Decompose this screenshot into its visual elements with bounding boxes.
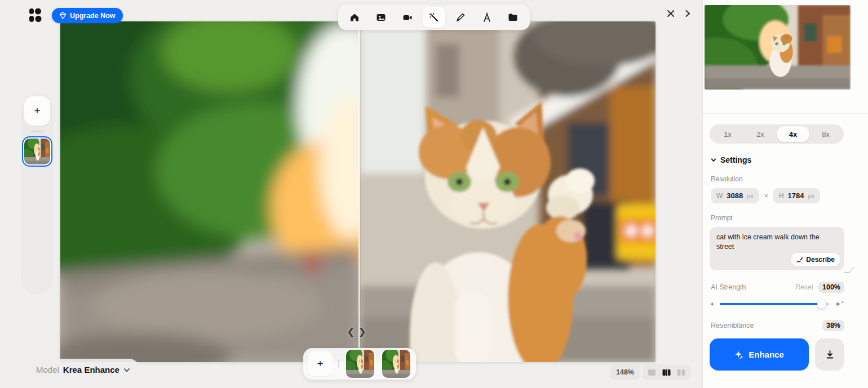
- layers-dock: +: [21, 93, 54, 294]
- download-button[interactable]: [815, 338, 844, 371]
- ai-strength-reset-button[interactable]: Reset: [796, 283, 813, 291]
- tool-edit-button[interactable]: [449, 7, 472, 28]
- view-mode-single-button[interactable]: [648, 369, 656, 376]
- upgrade-now-label: Upgrade Now: [70, 12, 116, 20]
- chevron-down-icon: [711, 157, 716, 163]
- panel-divider: [703, 113, 868, 114]
- resemblance-row: Resemblance 38%: [711, 320, 844, 331]
- tool-image-button[interactable]: [370, 7, 392, 28]
- dock-divider: [338, 359, 339, 368]
- height-axis-label: H: [779, 192, 784, 200]
- describe-pen-icon: [796, 256, 803, 263]
- add-image-button[interactable]: +: [24, 96, 50, 126]
- zoom-level-value: 148%: [616, 368, 634, 376]
- text-icon: [482, 12, 492, 23]
- ai-strength-slider[interactable]: [720, 303, 829, 305]
- width-value: 3088: [727, 191, 743, 200]
- scale-2x-button[interactable]: 2x: [744, 126, 777, 142]
- dock-divider: [31, 131, 43, 132]
- chevron-right-icon: [684, 10, 692, 17]
- upscale-factor-group: 1x 2x 4x 8x: [710, 124, 844, 144]
- enhance-settings-panel: 1x 2x 4x 8x Settings Resolution W 3088 p…: [702, 0, 868, 388]
- tool-text-button[interactable]: [476, 7, 498, 28]
- comparison-canvas[interactable]: [60, 21, 656, 362]
- settings-collapse-toggle[interactable]: Settings: [711, 155, 751, 164]
- cat-street-version-2: [382, 350, 410, 378]
- slider-thumb[interactable]: [817, 300, 826, 309]
- close-button[interactable]: [663, 6, 679, 21]
- before-image-half: [60, 21, 393, 362]
- version-thumbnail-1[interactable]: [345, 349, 375, 379]
- prompt-label: Prompt: [711, 214, 868, 222]
- describe-label: Describe: [806, 256, 835, 264]
- image-thumbnail-selected[interactable]: [23, 137, 51, 166]
- version-thumbnail-2[interactable]: [381, 349, 411, 379]
- enhance-label: Enhance: [749, 350, 784, 359]
- plus-icon: +: [34, 105, 40, 117]
- scale-1x-button[interactable]: 1x: [711, 126, 744, 142]
- compare-slider-handles[interactable]: ❮ ❯: [347, 327, 366, 336]
- view-mode-split-button[interactable]: [662, 369, 671, 376]
- krea-logo[interactable]: [29, 8, 42, 22]
- tool-assets-button[interactable]: [502, 7, 524, 28]
- model-label: Model: [36, 365, 59, 374]
- result-preview[interactable]: [705, 5, 851, 90]
- height-unit: px: [808, 193, 814, 199]
- resize-handle[interactable]: [844, 267, 854, 273]
- upgrade-now-button[interactable]: Upgrade Now: [52, 8, 123, 23]
- compare-divider: [358, 21, 360, 362]
- folder-icon: [508, 12, 518, 23]
- magic-wand-icon: [429, 12, 439, 23]
- sparkle-small-icon: ✦: [710, 301, 715, 308]
- plus-icon: +: [317, 358, 323, 370]
- ai-strength-value: 100%: [818, 282, 844, 293]
- download-icon: [825, 350, 835, 359]
- enhance-button[interactable]: Enhance: [710, 338, 809, 371]
- chevron-left-icon: ❮: [347, 327, 355, 336]
- view-mode-side-by-side-button[interactable]: [677, 369, 685, 376]
- single-view-icon: [648, 369, 656, 376]
- view-mode-group: [643, 364, 690, 380]
- ai-strength-row: AI Strength Reset 100%: [711, 282, 844, 293]
- resolution-fields: W 3088 px × H 1784 px: [711, 188, 868, 203]
- home-icon: [349, 12, 360, 23]
- scale-8x-button[interactable]: 8x: [809, 126, 842, 142]
- height-field[interactable]: H 1784 px: [773, 188, 820, 203]
- prompt-box: cat with ice cream walk down the street …: [710, 227, 844, 270]
- tool-home-button[interactable]: [343, 7, 366, 28]
- width-unit: px: [747, 193, 754, 199]
- compare-prev-button[interactable]: ❮: [347, 327, 355, 336]
- split-compare-view-icon: [662, 369, 671, 376]
- width-axis-label: W: [716, 192, 723, 200]
- width-field[interactable]: W 3088 px: [711, 188, 759, 203]
- after-image-half: [360, 21, 656, 362]
- video-camera-icon: [402, 12, 413, 23]
- action-row: Enhance: [710, 338, 844, 371]
- cat-street-preview-image: [705, 5, 851, 90]
- pen-icon: [455, 12, 466, 23]
- image-icon: [376, 12, 386, 23]
- add-version-button[interactable]: +: [308, 351, 333, 376]
- describe-button[interactable]: Describe: [791, 253, 840, 266]
- cat-street-version-1: [346, 350, 374, 378]
- close-icon: [667, 10, 675, 17]
- enhance-sparkles-icon: [734, 350, 743, 359]
- next-button[interactable]: [680, 6, 696, 21]
- model-selector[interactable]: Model Krea Enhance: [26, 359, 140, 381]
- scale-4x-button[interactable]: 4x: [777, 126, 809, 142]
- resemblance-value: 38%: [822, 320, 844, 331]
- sparkle-large-icon: ✦✦: [834, 300, 844, 309]
- zoom-level-badge[interactable]: 148%: [610, 364, 640, 380]
- resolution-separator: ×: [764, 192, 768, 200]
- versions-dock: +: [303, 348, 416, 380]
- chevron-down-icon: [123, 367, 130, 373]
- chevron-right-icon: ❯: [359, 327, 366, 336]
- compare-next-button[interactable]: ❯: [359, 327, 366, 336]
- resemblance-label: Resemblance: [711, 322, 754, 329]
- tool-enhance-button[interactable]: [423, 7, 445, 28]
- settings-label: Settings: [720, 155, 751, 164]
- side-by-side-view-icon: [677, 369, 685, 376]
- tool-video-button[interactable]: [396, 7, 419, 28]
- height-value: 1784: [788, 191, 804, 200]
- cat-comparison-image: [60, 21, 656, 362]
